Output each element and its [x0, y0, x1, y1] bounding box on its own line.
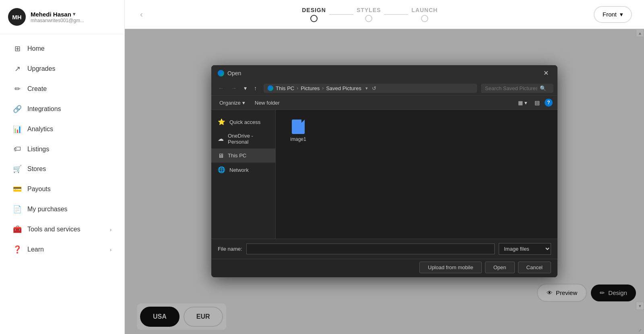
- dialog-titlebar: Open ✕: [211, 65, 557, 81]
- sidebar-item-this-pc[interactable]: 🖥 This PC: [211, 148, 275, 163]
- cancel-button[interactable]: Cancel: [518, 262, 551, 273]
- user-dropdown-chevron[interactable]: ▾: [73, 11, 75, 17]
- sidebar-item-label: Upgrades: [27, 65, 55, 72]
- this-pc-icon: 🖥: [218, 152, 224, 159]
- sidebar-item-quick-access[interactable]: ⭐ Quick access: [211, 115, 275, 129]
- sidebar-item-my-purchases[interactable]: 📄 My purchases: [3, 200, 121, 219]
- sidebar-item-network[interactable]: 🌐 Network: [211, 163, 275, 177]
- avatar: MH: [8, 8, 26, 26]
- dialog-files-toolbar: Organize ▾ New folder ▦ ▾ ▤ ?: [211, 96, 557, 110]
- path-pictures[interactable]: Pictures: [301, 85, 320, 91]
- organize-button[interactable]: Organize ▾: [216, 98, 248, 107]
- front-dropdown-chevron: ▾: [620, 11, 623, 18]
- sidebar-item-home[interactable]: ⊞ Home: [3, 39, 121, 58]
- step-styles-label: STYLES: [357, 7, 381, 13]
- quick-access-icon: ⭐: [218, 118, 225, 126]
- integrations-icon: 🔗: [13, 105, 22, 113]
- sidebar-item-learn[interactable]: ❓ Learn ›: [3, 240, 121, 259]
- learn-icon: ❓: [13, 245, 22, 254]
- sidebar-item-label: Create: [27, 85, 47, 93]
- create-icon: ✏: [13, 85, 22, 93]
- file-name-field-label: File name:: [218, 246, 242, 252]
- user-profile[interactable]: MH Mehedi Hasan ▾ mhasanwrites001@gm...: [0, 0, 124, 34]
- sidebar-item-label: Payouts: [27, 186, 51, 193]
- step-launch: LAUNCH: [411, 7, 438, 22]
- upgrades-icon: ↗: [13, 64, 22, 73]
- sidebar-item-label: Tools and services: [27, 226, 80, 233]
- my-purchases-icon: 📄: [13, 205, 22, 214]
- user-email: mhasanwrites001@gm...: [31, 18, 84, 23]
- analytics-icon: 📊: [13, 125, 22, 134]
- sidebar-item-label: Integrations: [27, 105, 61, 113]
- file-open-dialog: Open ✕ ← → ▾ ↑ This PC ›: [211, 65, 557, 277]
- step-design: DESIGN: [302, 7, 326, 22]
- address-dropdown-chevron[interactable]: ▾: [365, 86, 368, 91]
- sidebar-item-label: Home: [27, 45, 45, 52]
- sidebar-item-payouts[interactable]: 💳 Payouts: [3, 179, 121, 199]
- file-icon-image1: [292, 120, 305, 134]
- stores-icon: 🛒: [13, 165, 22, 173]
- dialog-back-button[interactable]: ←: [215, 83, 227, 93]
- topbar-steps: DESIGN STYLES LAUNCH: [146, 7, 594, 22]
- learn-chevron: ›: [110, 247, 111, 253]
- dialog-up-button[interactable]: ↑: [251, 83, 260, 93]
- sidebar-item-onedrive[interactable]: ☁ OneDrive - Personal: [211, 129, 275, 148]
- sidebar-item-label: Learn: [27, 246, 44, 253]
- topbar: ‹ DESIGN STYLES LAUNCH: [125, 0, 644, 29]
- file-type-select[interactable]: Image files All files: [499, 243, 551, 255]
- step-launch-label: LAUNCH: [411, 7, 438, 13]
- address-bar-edge-icon: [268, 85, 273, 91]
- view-columns-button[interactable]: ▤: [532, 98, 542, 107]
- dialog-overlay: Open ✕ ← → ▾ ↑ This PC ›: [125, 29, 644, 334]
- step-styles-circle: [365, 15, 372, 22]
- file-name-label: image1: [290, 136, 306, 142]
- new-folder-button[interactable]: New folder: [252, 98, 283, 107]
- view-dropdown-button[interactable]: ▦ ▾: [516, 98, 530, 107]
- step-design-circle: [310, 15, 318, 22]
- main-content: ‹ DESIGN STYLES LAUNCH: [125, 0, 644, 334]
- dialog-button-row: Upload from mobile Open Cancel ⟋: [211, 259, 557, 277]
- file-name-input[interactable]: [246, 243, 495, 254]
- view-controls: ▦ ▾ ▤ ?: [516, 98, 553, 107]
- dialog-title: Open: [227, 70, 241, 76]
- topbar-back-button[interactable]: ‹: [137, 6, 146, 22]
- network-icon: 🌐: [218, 166, 225, 173]
- sidebar-item-create[interactable]: ✏ Create: [3, 79, 121, 99]
- dialog-dropdown-button[interactable]: ▾: [241, 83, 250, 93]
- edge-browser-icon: [218, 70, 224, 76]
- sidebar-item-analytics[interactable]: 📊 Analytics: [3, 120, 121, 139]
- dialog-nav-toolbar: ← → ▾ ↑ This PC › Pictures › Saved Pictu…: [211, 81, 557, 96]
- design-area: ▲ i ▼ USA EUR 👁 Preview: [125, 29, 644, 334]
- tools-services-chevron: ›: [110, 227, 111, 233]
- topbar-right: Front ▾: [594, 6, 632, 23]
- dialog-close-button[interactable]: ✕: [541, 68, 551, 78]
- dialog-forward-button[interactable]: →: [228, 83, 239, 93]
- file-item-image1[interactable]: image1: [282, 116, 314, 145]
- organize-label: Organize: [219, 100, 241, 106]
- sidebar-item-integrations[interactable]: 🔗 Integrations: [3, 99, 121, 119]
- step-design-label: DESIGN: [302, 7, 326, 13]
- open-button[interactable]: Open: [485, 262, 515, 273]
- path-this-pc[interactable]: This PC: [276, 85, 294, 91]
- sidebar-item-label: Listings: [27, 146, 49, 153]
- quick-access-label: Quick access: [229, 119, 260, 125]
- path-saved-pictures[interactable]: Saved Pictures: [326, 85, 361, 91]
- front-dropdown[interactable]: Front ▾: [594, 6, 632, 23]
- help-icon[interactable]: ?: [545, 99, 553, 107]
- network-label: Network: [229, 167, 249, 173]
- sidebar-item-label: Analytics: [27, 126, 53, 133]
- address-refresh-button[interactable]: ↺: [372, 85, 376, 91]
- sidebar-item-stores[interactable]: 🛒 Stores: [3, 159, 121, 179]
- sidebar-nav: ⊞ Home ↗ Upgrades ✏ Create 🔗 Integration…: [0, 34, 124, 334]
- sidebar-item-listings[interactable]: 🏷 Listings: [3, 140, 121, 159]
- step-divider-2: [384, 14, 408, 15]
- step-styles: STYLES: [357, 7, 381, 22]
- this-pc-label: This PC: [228, 153, 246, 159]
- sidebar-item-upgrades[interactable]: ↗ Upgrades: [3, 59, 121, 78]
- upload-from-mobile-button[interactable]: Upload from mobile: [419, 262, 482, 273]
- sidebar-item-tools-services[interactable]: 🧰 Tools and services ›: [3, 220, 121, 239]
- dialog-body: ⭐ Quick access ☁ OneDrive - Personal 🖥 T…: [211, 110, 557, 239]
- search-input[interactable]: [485, 85, 537, 91]
- onedrive-icon: ☁: [218, 135, 224, 142]
- step-launch-circle: [421, 15, 428, 22]
